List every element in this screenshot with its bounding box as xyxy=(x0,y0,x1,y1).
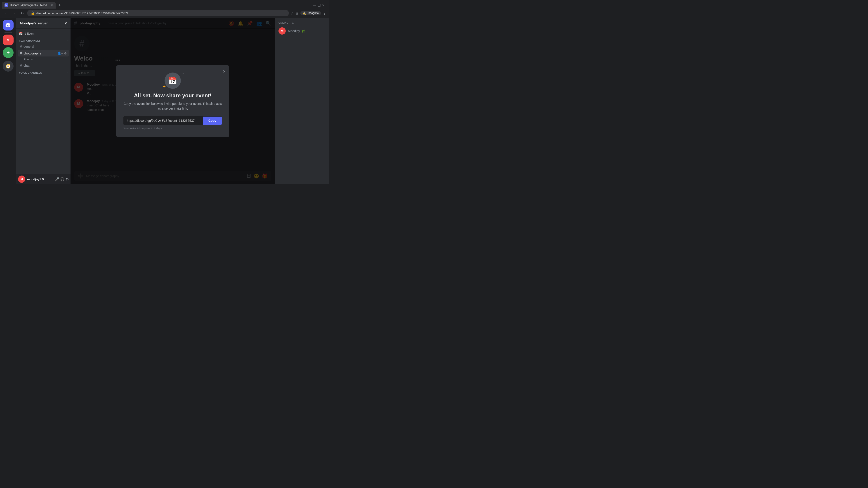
sparkle-dots-icon: ·:· xyxy=(182,72,184,75)
modal-icon-area: ·:· 📅 ✦ xyxy=(164,72,181,89)
voice-channels-section: VOICE CHANNELS + xyxy=(16,70,70,75)
address-actions: ☆ ⊞ 🕵 Incognito ⋮ xyxy=(291,11,327,15)
channel-chat[interactable]: # chat xyxy=(18,62,69,69)
invite-expiry-text: Your invite link expires in 7 days. xyxy=(123,127,163,130)
channel-settings-icon[interactable]: ⚙ xyxy=(64,52,67,55)
user-settings-icon[interactable]: ⚙ xyxy=(66,177,69,182)
server-list-divider xyxy=(4,32,12,33)
text-channels-label: TEXT CHANNELS xyxy=(19,39,40,42)
address-bar: ← → ↻ 🔒 discord.com/channels/11823468517… xyxy=(0,8,329,18)
incognito-button[interactable]: 🕵 Incognito xyxy=(301,11,321,15)
events-bar[interactable]: 📅 general 1 Event xyxy=(16,31,70,37)
member-name-moodjoy: Moodjoy 🌿 xyxy=(288,29,305,33)
main-content: # photography This is a good place to ta… xyxy=(70,18,275,184)
user-name: moodjoy1 D... xyxy=(27,177,53,181)
moodjoy-server-icon[interactable]: M xyxy=(3,35,13,45)
modal-overlay: × ·:· 📅 ✦ All set. Now share your event!… xyxy=(70,18,275,184)
channel-photos[interactable]: Photos xyxy=(18,57,69,62)
tab-favicon: M xyxy=(4,3,8,7)
copy-link-button[interactable]: Copy xyxy=(203,117,222,125)
extensions-icon[interactable]: ⊞ xyxy=(296,11,299,15)
share-event-modal: × ·:· 📅 ✦ All set. Now share your event!… xyxy=(116,65,229,137)
minimize-button[interactable]: ─ xyxy=(313,3,316,8)
members-section-header: ONLINE — 1 xyxy=(277,22,327,24)
invite-link-input[interactable] xyxy=(124,117,203,125)
tab-close-button[interactable]: × xyxy=(51,3,53,7)
voice-channels-header[interactable]: VOICE CHANNELS + xyxy=(16,70,70,75)
channel-list: 📅 general 1 Event TEXT CHANNELS + # gene… xyxy=(16,29,70,174)
headphone-icon[interactable]: 🎧 xyxy=(60,177,65,182)
channel-name-photography: photography xyxy=(24,52,41,55)
forward-button[interactable]: → xyxy=(11,10,17,16)
channel-name-general: general xyxy=(24,45,34,48)
discord-home-icon[interactable] xyxy=(3,20,13,31)
server-sidebar: M + 🧭 xyxy=(0,18,16,184)
modal-description: Copy the event link below to invite peop… xyxy=(123,101,222,111)
channel-hash-icon: # xyxy=(20,63,22,68)
add-server-icon[interactable]: + xyxy=(3,47,13,58)
channel-hash-icon: # xyxy=(20,44,22,49)
gold-sparkle-icon: ✦ xyxy=(162,84,166,89)
server-header[interactable]: Moodjoy's server ∨ xyxy=(16,18,70,29)
close-window-button[interactable]: × xyxy=(322,3,324,8)
discord-app: M + 🧭 Moodjoy's server ∨ 📅 general 1 Eve… xyxy=(0,18,329,184)
back-button[interactable]: ← xyxy=(3,10,9,16)
modal-close-button[interactable]: × xyxy=(223,69,225,74)
explore-servers-icon[interactable]: 🧭 xyxy=(3,61,13,72)
browser-chrome: M Discord | #photography | Mood... × + ─… xyxy=(0,0,329,18)
user-info: moodjoy1 D... xyxy=(27,177,53,181)
refresh-button[interactable]: ↻ xyxy=(19,10,25,16)
channel-name-chat: chat xyxy=(24,64,29,67)
bookmark-icon[interactable]: ☆ xyxy=(291,11,294,15)
channel-photography-actions: 👤+ ⚙ xyxy=(57,52,67,55)
channel-hash-icon: # xyxy=(20,51,22,56)
channel-sidebar: Moodjoy's server ∨ 📅 general 1 Event TEX… xyxy=(16,18,70,184)
user-area: M moodjoy1 D... 🎤 🎧 ⚙ xyxy=(16,174,70,184)
microphone-icon[interactable]: 🎤 xyxy=(55,177,59,182)
server-dropdown-icon: ∨ xyxy=(64,21,67,25)
server-name: Moodjoy's server xyxy=(20,21,48,25)
member-moodjoy[interactable]: M Moodjoy 🌿 xyxy=(277,26,327,36)
text-channels-section: TEXT CHANNELS + # general # photography … xyxy=(16,38,70,69)
tab-title: Discord | #photography | Mood... xyxy=(10,4,49,7)
channel-general[interactable]: # general xyxy=(18,43,69,50)
text-channels-header[interactable]: TEXT CHANNELS + xyxy=(16,38,70,43)
active-tab[interactable]: M Discord | #photography | Mood... × xyxy=(2,2,56,8)
add-text-channel-icon[interactable]: + xyxy=(67,39,69,42)
channel-name-photos: Photos xyxy=(24,58,33,61)
member-avatar-moodjoy: M xyxy=(278,27,286,35)
user-avatar-letter: M xyxy=(21,177,23,181)
voice-channels-label: VOICE CHANNELS xyxy=(19,71,42,74)
user-avatar: M xyxy=(18,175,25,183)
maximize-button[interactable]: □ xyxy=(318,3,320,8)
members-sidebar: ONLINE — 1 M Moodjoy 🌿 xyxy=(275,18,329,184)
events-label: 1 Event xyxy=(24,32,34,35)
modal-calendar-icon-circle: 📅 xyxy=(164,72,181,89)
new-tab-button[interactable]: + xyxy=(57,2,63,8)
tab-bar: M Discord | #photography | Mood... × + ─… xyxy=(0,0,329,8)
url-bar[interactable]: 🔒 discord.com/channels/11823468517819843… xyxy=(27,10,289,16)
channel-photography[interactable]: # photography 👤+ ⚙ xyxy=(18,50,69,57)
menu-button[interactable]: ⋮ xyxy=(323,11,327,15)
channel-add-person-icon[interactable]: 👤+ xyxy=(57,52,63,55)
user-controls: 🎤 🎧 ⚙ xyxy=(55,177,69,182)
add-voice-channel-icon[interactable]: + xyxy=(67,71,69,74)
modal-link-row: Copy xyxy=(123,116,222,125)
modal-title: All set. Now share your event! xyxy=(134,92,212,99)
